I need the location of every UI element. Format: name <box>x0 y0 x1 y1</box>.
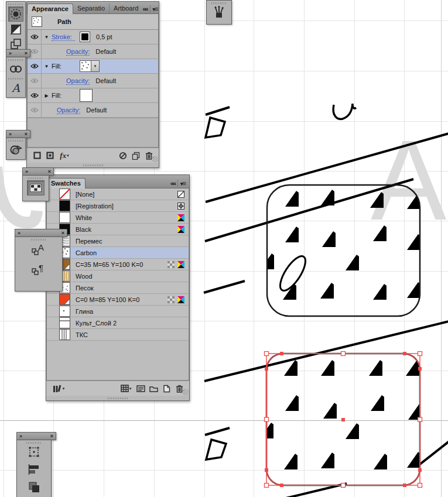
clear-appearance-button[interactable] <box>117 150 129 162</box>
links-panel-button[interactable] <box>8 62 23 76</box>
visibility-toggle[interactable] <box>28 59 42 73</box>
opacity-link[interactable]: Opacity: <box>57 107 80 114</box>
swatch-kinds-menu-button[interactable]: ▾ <box>118 383 134 395</box>
type-panel-button[interactable]: A <box>8 81 23 95</box>
anchor-point[interactable] <box>280 352 283 355</box>
expand-panel-icon[interactable]: » <box>9 50 12 56</box>
expand-arrow-icon[interactable]: ▶ <box>42 93 52 98</box>
panel-drag-dots[interactable] <box>211 2 227 4</box>
selection-center-point[interactable] <box>341 418 345 421</box>
selection-handle[interactable] <box>418 352 422 356</box>
paragraph-styles-button[interactable]: ¶ <box>29 262 49 276</box>
selection-handle[interactable] <box>265 417 269 421</box>
tab-separations[interactable]: Separatio <box>73 4 110 13</box>
split-square-tool-button[interactable] <box>8 22 23 36</box>
swatch-row[interactable]: C=35 M=65 Y=100 K=0 <box>47 259 189 270</box>
panel-resize-dots[interactable] <box>83 164 103 166</box>
selection-handle[interactable] <box>418 484 422 488</box>
swatch-row[interactable]: Песок <box>47 282 189 294</box>
close-panel-icon[interactable]: × <box>48 169 51 174</box>
swatch-row[interactable]: White <box>47 212 189 224</box>
swatch-row[interactable]: [Registration] <box>47 200 189 212</box>
swatch-row[interactable]: ТКС <box>47 329 189 341</box>
panel-resize-grip[interactable] <box>152 156 158 162</box>
add-new-stroke-button[interactable] <box>30 150 43 162</box>
duplicate-item-button[interactable] <box>129 150 142 162</box>
stroke-color-swatch[interactable] <box>80 32 90 42</box>
swatch-thumbnail[interactable] <box>59 188 70 200</box>
collapse-panel-icon[interactable]: «« <box>170 180 175 187</box>
swatch-row[interactable]: Перемес <box>47 235 189 247</box>
swatch-row[interactable]: Wood <box>47 270 189 282</box>
panel-drag-dots[interactable] <box>8 59 23 61</box>
appearance-target-row[interactable]: Path <box>28 14 158 30</box>
fill-color-swatch[interactable] <box>80 89 93 102</box>
panel-resize-grip[interactable] <box>183 389 189 395</box>
selection-handle[interactable] <box>341 484 346 488</box>
styles-collapse-header[interactable]: » × <box>15 229 67 237</box>
panel-resize-dots[interactable] <box>108 397 128 399</box>
panel-drag-dots[interactable] <box>28 177 43 179</box>
dock-collapse-header[interactable]: » × <box>6 49 30 57</box>
close-panel-icon[interactable]: × <box>25 50 28 56</box>
anchor-point[interactable] <box>418 468 422 472</box>
expand-arrow-icon[interactable]: ▼ <box>42 64 52 69</box>
panel-menu-icon[interactable]: ▾≡ <box>153 5 159 12</box>
selection-handle[interactable] <box>265 352 269 356</box>
panel-menu-icon[interactable]: ▾≡ <box>180 180 186 187</box>
dock-collapse-header[interactable]: » × <box>6 130 30 138</box>
selected-pattern-rectangle[interactable] <box>260 354 422 485</box>
panel-drag-dots[interactable] <box>8 78 23 80</box>
opacity-row[interactable]: Opacity:Default <box>28 44 158 59</box>
expand-panel-icon[interactable]: » <box>19 433 22 439</box>
swatch-thumbnail[interactable] <box>59 294 70 305</box>
swatch-thumbnail[interactable] <box>59 306 70 317</box>
opacity-row[interactable]: Opacity:Default <box>28 103 158 118</box>
swatch-libraries-button[interactable]: ▾ <box>50 383 67 395</box>
swatch-row[interactable]: C=0 M=85 Y=100 K=0 <box>47 294 189 306</box>
swatches-collapse-header[interactable]: » × <box>22 167 54 176</box>
swatch-thumbnail[interactable] <box>59 200 70 211</box>
visibility-toggle[interactable] <box>28 74 42 88</box>
swatch-thumbnail[interactable] <box>59 329 70 340</box>
symbol-sprayer-panel-button[interactable] <box>8 143 23 157</box>
character-styles-button[interactable]: A <box>29 242 49 256</box>
pathfinder-panel-button[interactable] <box>26 480 42 494</box>
visibility-toggle[interactable] <box>28 88 42 102</box>
anchor-point[interactable] <box>265 367 268 371</box>
expand-panel-icon[interactable]: » <box>25 169 28 174</box>
visibility-toggle[interactable] <box>28 30 42 44</box>
collapse-panel-icon[interactable]: «« <box>142 5 147 12</box>
selection-handle[interactable] <box>265 484 269 488</box>
transform-collapse-header[interactable]: » × <box>16 432 56 440</box>
swatch-row[interactable]: Black <box>47 224 189 235</box>
selection-handle[interactable] <box>341 352 346 356</box>
panel-drag-dots[interactable] <box>31 239 46 241</box>
anchor-point[interactable] <box>403 352 406 355</box>
transform-panel-button[interactable] <box>26 445 42 459</box>
visibility-toggle[interactable] <box>28 103 42 117</box>
tab-swatches[interactable]: Swatches <box>46 178 86 188</box>
opacity-row[interactable]: Opacity:Default <box>28 74 158 88</box>
opacity-link[interactable]: Opacity: <box>66 48 90 56</box>
close-panel-icon[interactable]: × <box>25 131 28 137</box>
anchor-point[interactable] <box>280 484 283 487</box>
new-swatch-button[interactable] <box>160 383 173 395</box>
swatches-panel-button[interactable] <box>27 180 45 196</box>
close-panel-icon[interactable]: × <box>61 230 64 236</box>
swatch-row[interactable]: Глина <box>47 306 189 317</box>
swatch-thumbnail[interactable] <box>59 212 70 223</box>
expand-panel-icon[interactable]: » <box>18 230 20 236</box>
tab-artboard[interactable]: Artboard <box>110 4 142 13</box>
anchor-point[interactable] <box>418 367 422 371</box>
swatch-thumbnail[interactable] <box>59 317 70 328</box>
add-new-fill-button[interactable] <box>43 150 56 162</box>
align-panel-button[interactable] <box>26 462 42 477</box>
opacity-link[interactable]: Opacity: <box>66 77 90 85</box>
selection-handle[interactable] <box>418 417 422 421</box>
fill-swatch-combo[interactable]: ▾ <box>80 60 100 72</box>
panel-drag-dots[interactable] <box>26 442 42 444</box>
symbols-panel-button[interactable] <box>210 5 228 19</box>
dashed-circle-tool-button[interactable] <box>8 6 23 22</box>
swatch-row[interactable]: [None] <box>47 188 189 200</box>
